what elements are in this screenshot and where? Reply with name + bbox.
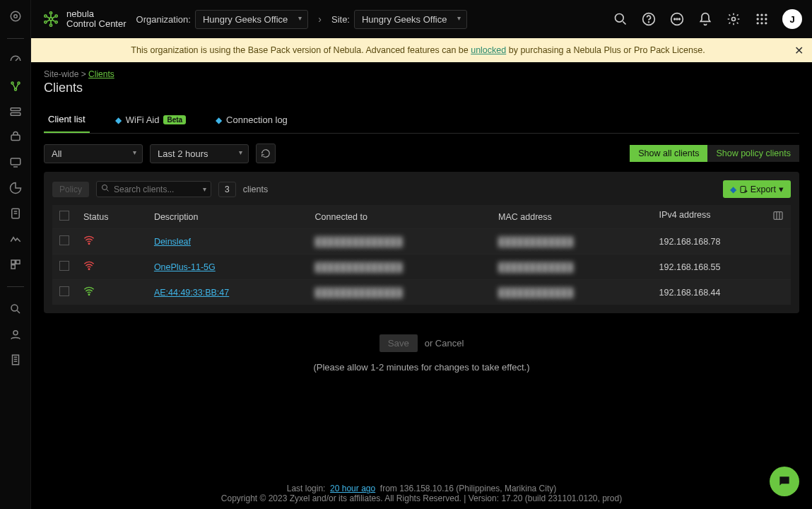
chevron-down-icon[interactable]: ▾	[203, 185, 206, 193]
copyright: Copyright © 2023 Zyxel and/or its affili…	[31, 493, 812, 503]
svg-rect-11	[16, 260, 19, 264]
connected-to: ██████████████	[315, 262, 403, 272]
tab-client-list[interactable]: Client list	[44, 108, 90, 133]
table-row[interactable]: Deinsleaf██████████████████████████192.1…	[52, 229, 791, 255]
apps-icon[interactable]	[754, 11, 770, 27]
refresh-button[interactable]	[256, 144, 276, 163]
cancel-link[interactable]: Cancel	[435, 338, 464, 349]
svg-rect-12	[11, 265, 15, 269]
save-button[interactable]: Save	[379, 334, 418, 352]
svg-point-27	[674, 18, 676, 20]
close-icon[interactable]: ✕	[794, 44, 804, 57]
tab-wifi-aid[interactable]: ◆WiFi AidBeta	[111, 108, 190, 133]
search-icon[interactable]	[613, 11, 628, 27]
policy-button: Policy	[52, 182, 89, 197]
feedback-icon[interactable]	[669, 11, 685, 27]
svg-rect-41	[741, 186, 746, 192]
or-label: or	[425, 338, 433, 349]
org-label: Organization:	[136, 14, 191, 25]
footer: Last login: 20 hour ago from 136.158.10.…	[31, 484, 812, 503]
help-icon[interactable]	[641, 11, 657, 27]
nav-clients-icon[interactable]	[8, 155, 23, 170]
checkbox-all[interactable]	[59, 211, 69, 221]
diamond-icon: ◆	[730, 185, 736, 194]
tab-connection-log[interactable]: ◆Connection log	[211, 108, 292, 133]
col-status[interactable]: Status	[76, 205, 147, 229]
table-row[interactable]: OnePlus-11-5G██████████████████████████1…	[52, 255, 791, 280]
svg-point-22	[49, 24, 52, 26]
nav-switch-icon[interactable]	[8, 104, 23, 119]
svg-point-3	[18, 82, 20, 84]
topbar: nebula Control Center Organization: Hung…	[31, 0, 812, 38]
svg-point-34	[757, 18, 759, 20]
svg-point-16	[49, 18, 52, 21]
nav-report-icon[interactable]	[8, 206, 23, 221]
client-link[interactable]: Deinsleaf	[154, 237, 191, 247]
org-dropdown[interactable]: Hungry Geeks Office	[195, 10, 308, 29]
svg-point-44	[88, 269, 90, 270]
show-all-button[interactable]: Show all clients	[630, 145, 707, 162]
nav-topology-icon[interactable]	[8, 78, 23, 94]
checkbox[interactable]	[59, 261, 69, 271]
svg-point-23	[616, 14, 624, 23]
search-input[interactable]	[114, 185, 199, 194]
nav-firewall-icon[interactable]	[8, 129, 23, 145]
mac-address: ████████████	[498, 237, 573, 247]
filter-range-dropdown[interactable]: Last 2 hours	[150, 144, 249, 163]
show-policy-button[interactable]: Show policy clients	[707, 145, 799, 162]
chevron-right-icon[interactable]: ›	[318, 13, 322, 25]
nav-org-icon[interactable]	[8, 352, 23, 368]
col-description[interactable]: Description	[147, 205, 308, 229]
svg-point-36	[765, 18, 767, 20]
ipv4-address: 192.168.168.55	[652, 255, 791, 280]
nav-dashboard-icon[interactable]	[8, 53, 23, 69]
nav-search-icon[interactable]	[8, 301, 23, 317]
nav-analytics-icon[interactable]	[8, 180, 23, 196]
search-box[interactable]: ▾	[96, 181, 211, 197]
table-row[interactable]: AE:44:49:33:BB:47███████████████████████…	[52, 280, 791, 305]
search-icon	[101, 184, 110, 194]
wifi-icon	[83, 238, 95, 248]
breadcrumb-current[interactable]: Clients	[88, 69, 114, 79]
banner-text-pre: This organization is using the Base Pack…	[131, 45, 471, 55]
checkbox[interactable]	[59, 286, 69, 296]
col-connected[interactable]: Connected to	[308, 205, 491, 229]
nav-user-icon[interactable]	[8, 327, 23, 342]
svg-point-0	[11, 11, 20, 21]
logo-icon	[41, 9, 61, 29]
avatar[interactable]: J	[782, 9, 802, 29]
diamond-icon: ◆	[115, 115, 122, 125]
tab-label: Connection log	[226, 115, 288, 125]
banner-link[interactable]: unlocked	[471, 45, 506, 55]
site-label: Site:	[331, 14, 350, 25]
nav-monitor-icon[interactable]	[8, 231, 23, 247]
wifi-icon	[83, 264, 95, 274]
svg-point-17	[45, 15, 47, 17]
nav-config-icon[interactable]	[8, 257, 23, 272]
filter-row: All Last 2 hours Show all clients Show p…	[44, 144, 799, 163]
col-ipv4[interactable]: IPv4 address	[652, 205, 791, 229]
svg-point-14	[13, 331, 18, 335]
columns-icon[interactable]	[772, 210, 784, 223]
export-button[interactable]: ◆Export▾	[723, 180, 791, 198]
svg-point-39	[765, 22, 767, 24]
col-mac[interactable]: MAC address	[491, 205, 652, 229]
bell-icon[interactable]	[698, 11, 713, 27]
client-link[interactable]: AE:44:49:33:BB:47	[154, 288, 229, 298]
chevron-down-icon: ▾	[779, 184, 784, 194]
clients-table: Status Description Connected to MAC addr…	[52, 205, 791, 305]
svg-point-35	[760, 18, 763, 20]
divider	[7, 286, 24, 287]
nav-target-icon[interactable]	[8, 8, 23, 24]
gear-icon[interactable]	[726, 11, 741, 27]
filter-all-dropdown[interactable]: All	[44, 144, 143, 163]
client-link[interactable]: OnePlus-11-5G	[154, 262, 216, 272]
mac-address: ████████████	[498, 262, 573, 272]
note-text: (Please allow 1-2 minutes for changes to…	[44, 362, 799, 373]
site-dropdown[interactable]: Hungry Geeks Office	[354, 10, 467, 29]
chat-button[interactable]	[770, 467, 799, 496]
checkbox[interactable]	[59, 235, 69, 245]
org-selector: Organization: Hungry Geeks Office	[136, 10, 309, 29]
last-login-time[interactable]: 20 hour ago	[330, 484, 375, 493]
svg-point-33	[765, 14, 767, 16]
